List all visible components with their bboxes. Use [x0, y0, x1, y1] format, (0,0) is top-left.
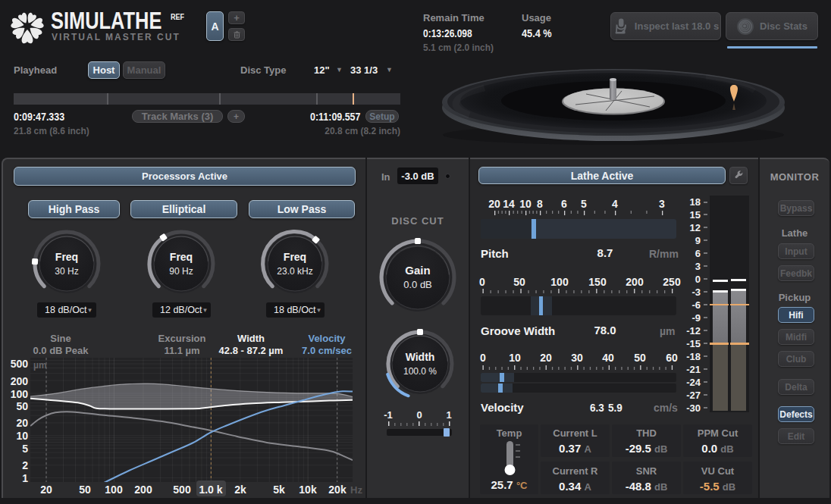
svg-text:Gain: Gain	[405, 264, 430, 277]
svg-text:100.0 %: 100.0 %	[403, 366, 437, 377]
svg-text:Freq: Freq	[284, 251, 306, 263]
svg-text:Freq: Freq	[170, 251, 193, 263]
svg-text:90 Hz: 90 Hz	[169, 266, 193, 277]
svg-text:Freq: Freq	[55, 251, 78, 263]
svg-text:30 Hz: 30 Hz	[55, 266, 78, 277]
svg-text:Width: Width	[406, 351, 435, 363]
svg-text:23.0 kHz: 23.0 kHz	[277, 266, 312, 277]
svg-text:0.0 dB: 0.0 dB	[403, 279, 432, 290]
svg-text:µm: µm	[33, 360, 47, 371]
